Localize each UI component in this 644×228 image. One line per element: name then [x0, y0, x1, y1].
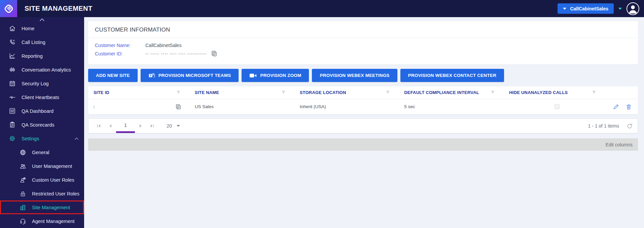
site-id-cell: ( — [88, 104, 189, 110]
sidebar-item-qa-dashboard[interactable]: QA Dashboard — [0, 104, 84, 118]
report-chart-icon — [9, 52, 16, 59]
sidebar-item-qa-scorecards[interactable]: QA Scorecards — [0, 118, 84, 132]
previous-page-icon — [108, 124, 112, 128]
provision-webex-contact-center-label: PROVISION WEBEX CONTACT CENTER — [408, 73, 496, 78]
customer-id-value-masked: -- ----- ---- ---- ---- ----------- — [145, 51, 207, 56]
sidebar-item-security-log[interactable]: Security Log — [0, 77, 84, 90]
table-row: ( US Sales Inherit (USA) 5 sec — [88, 99, 638, 115]
sidebar-item-label: General — [32, 150, 49, 155]
provision-zoom-button[interactable]: PROVISION ZOOM — [242, 69, 309, 82]
sidebar-item-custom-user-roles[interactable]: Custom User Roles — [0, 173, 84, 187]
sidebar-item-general[interactable]: General — [0, 145, 84, 159]
sidebar-item-client-heartbeats[interactable]: Client Heartbeats — [0, 90, 84, 104]
column-label: HIDE UNANALYZED CALLS — [509, 90, 568, 95]
copy-icon — [211, 50, 217, 57]
filter-icon[interactable] — [592, 90, 596, 95]
security-log-calendar-icon — [9, 80, 16, 87]
filter-icon[interactable] — [176, 90, 181, 95]
next-page-icon — [139, 124, 143, 128]
items-count-text: 1 - 1 of 1 items — [588, 123, 619, 129]
site-actions-toolbar: ADD NEW SITE PROVISION MICROSOFT TEAMS P… — [88, 69, 638, 82]
delete-site-button[interactable] — [625, 103, 632, 110]
sidebar-item-label: Security Log — [22, 81, 49, 86]
home-icon — [9, 25, 16, 32]
sidebar-item-label: QA Dashboard — [22, 108, 53, 114]
refresh-button[interactable] — [627, 123, 633, 129]
first-page-icon — [97, 124, 101, 128]
sidebar-item-agent-management[interactable]: Agent Management — [0, 214, 84, 228]
filter-icon[interactable] — [386, 90, 390, 95]
last-page-button[interactable] — [146, 119, 158, 133]
column-header-default-compliance-interval[interactable]: DEFAULT COMPLIANCE INTERVAL — [399, 90, 504, 95]
chevron-down-icon — [177, 125, 180, 127]
copy-site-id-button[interactable] — [175, 104, 181, 110]
provision-webex-meetings-button[interactable]: PROVISION WEBEX MEETINGS — [312, 69, 397, 82]
pencil-icon — [613, 103, 619, 110]
sidebar-item-label: QA Scorecards — [22, 122, 55, 128]
sidebar-item-label: Site Management — [32, 205, 70, 210]
phone-icon — [9, 39, 16, 46]
globe-icon — [20, 149, 26, 156]
column-label: DEFAULT COMPLIANCE INTERVAL — [404, 90, 479, 95]
sidebar-item-site-management[interactable]: Site Management — [0, 200, 84, 214]
sidebar-item-label: Call Listing — [22, 40, 45, 45]
page-size-value: 20 — [167, 123, 172, 129]
site-id-redacted-value: ( — [94, 105, 95, 109]
customer-name-row: Customer Name: CallCabinetSales — [95, 43, 631, 48]
sites-table: SITE ID SITE NAME STORAGE LOCATION DEFAU… — [88, 86, 638, 115]
sidebar-item-call-listing[interactable]: Call Listing — [0, 35, 84, 49]
callcabinet-logo-icon — [4, 4, 14, 14]
account-switcher-button[interactable]: CallCabinetSales — [558, 3, 614, 14]
first-page-button[interactable] — [93, 119, 105, 133]
compliance-interval-cell: 5 sec — [399, 104, 504, 109]
callcabinet-logo[interactable] — [0, 0, 17, 17]
column-header-site-name[interactable]: SITE NAME — [189, 90, 294, 95]
refresh-icon — [627, 123, 633, 129]
edit-site-button[interactable] — [613, 103, 619, 110]
hide-unanalyzed-cell — [504, 104, 605, 109]
sidebar-collapse-chevron[interactable] — [0, 17, 84, 21]
sliders-icon — [9, 107, 16, 115]
customer-id-label: Customer ID: — [95, 51, 145, 56]
hide-unanalyzed-checkbox[interactable] — [554, 104, 560, 109]
add-new-site-button[interactable]: ADD NEW SITE — [88, 69, 138, 82]
provision-zoom-label: PROVISION ZOOM — [260, 73, 301, 78]
sidebar-item-label: Home — [22, 26, 35, 31]
provision-webex-contact-center-button[interactable]: PROVISION WEBEX CONTACT CENTER — [400, 69, 504, 82]
provision-microsoft-teams-button[interactable]: PROVISION MICROSOFT TEAMS — [141, 69, 239, 82]
column-header-storage-location[interactable]: STORAGE LOCATION — [294, 90, 399, 95]
heartbeat-icon — [9, 94, 16, 101]
previous-page-button[interactable] — [105, 119, 116, 133]
edit-columns-bar: Edit columns — [88, 138, 638, 151]
column-header-hide-unanalyzed-calls[interactable]: HIDE UNANALYZED CALLS — [504, 90, 605, 95]
current-page-indicator[interactable]: 1 — [116, 119, 135, 133]
page-size-dropdown[interactable]: 20 — [167, 123, 180, 129]
sites-table-header: SITE ID SITE NAME STORAGE LOCATION DEFAU… — [88, 86, 638, 99]
column-label: STORAGE LOCATION — [300, 90, 346, 95]
column-header-site-id[interactable]: SITE ID — [88, 90, 189, 95]
filter-icon[interactable] — [281, 90, 286, 95]
sidebar-item-restricted-user-roles[interactable]: Restricted User Roles — [0, 187, 84, 200]
chevron-up-icon — [74, 137, 79, 140]
next-page-button[interactable] — [135, 119, 146, 133]
sidebar-item-label: User Management — [32, 164, 72, 169]
sidebar-item-user-management[interactable]: User Management — [0, 159, 84, 173]
user-avatar[interactable] — [627, 2, 639, 15]
sidebar-item-label: Settings — [22, 136, 39, 141]
video-camera-icon — [249, 73, 257, 79]
customer-information-card: CUSTOMER INFORMATION Customer Name: Call… — [88, 21, 638, 64]
sidebar-item-home[interactable]: Home — [0, 21, 84, 35]
sidebar-item-settings[interactable]: Settings — [0, 132, 84, 145]
user-icon — [627, 3, 639, 14]
copy-customer-id-button[interactable] — [211, 50, 217, 57]
sidebar-item-label: Conversation Analytics — [22, 67, 71, 73]
column-label: SITE NAME — [195, 90, 219, 95]
filter-icon[interactable] — [491, 90, 495, 95]
sidebar-item-reporting[interactable]: Reporting — [0, 49, 84, 63]
customer-name-value: CallCabinetSales — [145, 43, 181, 48]
page-title: SITE MANAGEMENT — [25, 5, 93, 12]
user-menu-chevron-icon[interactable] — [618, 8, 622, 10]
edit-columns-button[interactable]: Edit columns — [606, 142, 633, 147]
lock-icon — [20, 190, 26, 197]
sidebar-item-conversation-analytics[interactable]: Conversation Analytics — [0, 63, 84, 77]
